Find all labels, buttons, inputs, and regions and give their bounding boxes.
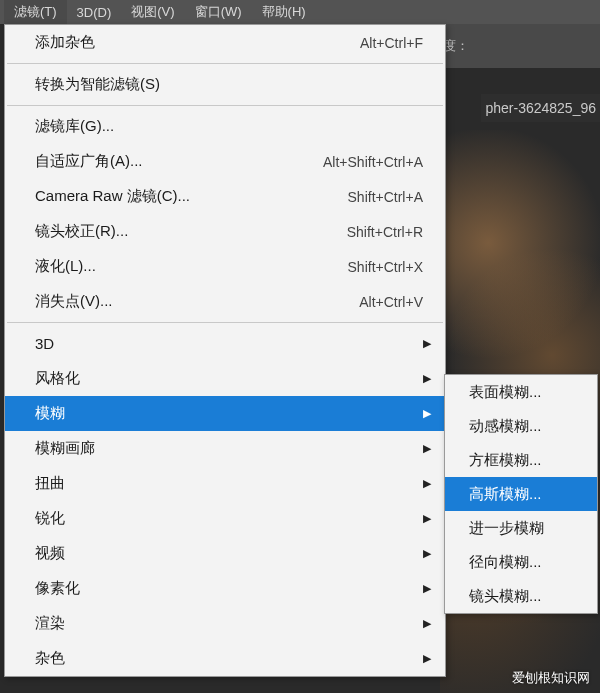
menu-label: 添加杂色 (35, 33, 360, 52)
menu-add-noise[interactable]: 添加杂色 Alt+Ctrl+F (5, 25, 445, 60)
watermark-text: 爱刨根知识网 (512, 669, 590, 687)
menu-label: 消失点(V)... (35, 292, 359, 311)
submenu-box-blur[interactable]: 方框模糊... (445, 443, 597, 477)
submenu-arrow-icon: ▶ (423, 407, 431, 420)
submenu-label: 方框模糊... (469, 451, 542, 470)
menu-shortcut: Shift+Ctrl+X (348, 259, 423, 275)
submenu-label: 动感模糊... (469, 417, 542, 436)
menu-liquify[interactable]: 液化(L)... Shift+Ctrl+X (5, 249, 445, 284)
menu-noise[interactable]: 杂色 ▶ (5, 641, 445, 676)
submenu-arrow-icon: ▶ (423, 477, 431, 490)
menu-blur-gallery[interactable]: 模糊画廊 ▶ (5, 431, 445, 466)
menubar-view[interactable]: 视图(V) (121, 0, 184, 24)
menu-shortcut: Alt+Shift+Ctrl+A (323, 154, 423, 170)
menu-label: 镜头校正(R)... (35, 222, 347, 241)
submenu-radial-blur[interactable]: 径向模糊... (445, 545, 597, 579)
menu-distort[interactable]: 扭曲 ▶ (5, 466, 445, 501)
menu-separator (7, 322, 443, 323)
submenu-arrow-icon: ▶ (423, 512, 431, 525)
submenu-label: 高斯模糊... (469, 485, 542, 504)
menubar-help[interactable]: 帮助(H) (252, 0, 316, 24)
menu-render[interactable]: 渲染 ▶ (5, 606, 445, 641)
menu-label: 液化(L)... (35, 257, 348, 276)
menu-separator (7, 105, 443, 106)
menu-stylize[interactable]: 风格化 ▶ (5, 361, 445, 396)
menu-lens-correction[interactable]: 镜头校正(R)... Shift+Ctrl+R (5, 214, 445, 249)
menu-filter-gallery[interactable]: 滤镜库(G)... (5, 109, 445, 144)
submenu-arrow-icon: ▶ (423, 582, 431, 595)
menu-sharpen[interactable]: 锐化 ▶ (5, 501, 445, 536)
menu-label: 滤镜库(G)... (35, 117, 423, 136)
menu-label: 渲染 (35, 614, 423, 633)
menu-shortcut: Shift+Ctrl+A (348, 189, 423, 205)
menu-label: 像素化 (35, 579, 423, 598)
menu-adaptive-wide-angle[interactable]: 自适应广角(A)... Alt+Shift+Ctrl+A (5, 144, 445, 179)
document-tab[interactable]: pher-3624825_96 (481, 94, 600, 122)
menubar: 滤镜(T) 3D(D) 视图(V) 窗口(W) 帮助(H) (0, 0, 600, 24)
menu-label: 杂色 (35, 649, 423, 668)
menu-separator (7, 63, 443, 64)
menu-shortcut: Alt+Ctrl+F (360, 35, 423, 51)
menu-shortcut: Shift+Ctrl+R (347, 224, 423, 240)
filter-menu: 添加杂色 Alt+Ctrl+F 转换为智能滤镜(S) 滤镜库(G)... 自适应… (4, 24, 446, 677)
menu-label: 扭曲 (35, 474, 423, 493)
blur-submenu: 表面模糊... 动感模糊... 方框模糊... 高斯模糊... 进一步模糊 径向… (444, 374, 598, 614)
submenu-arrow-icon: ▶ (423, 652, 431, 665)
submenu-arrow-icon: ▶ (423, 617, 431, 630)
menu-label: 3D (35, 335, 423, 352)
submenu-label: 镜头模糊... (469, 587, 542, 606)
menu-convert-smart-filter[interactable]: 转换为智能滤镜(S) (5, 67, 445, 102)
menu-label: 自适应广角(A)... (35, 152, 323, 171)
submenu-surface-blur[interactable]: 表面模糊... (445, 375, 597, 409)
menubar-filter[interactable]: 滤镜(T) (4, 0, 67, 24)
watermark: 爱刨根知识网 (512, 669, 590, 687)
submenu-arrow-icon: ▶ (423, 337, 431, 350)
menu-vanishing-point[interactable]: 消失点(V)... Alt+Ctrl+V (5, 284, 445, 319)
menu-blur[interactable]: 模糊 ▶ (5, 396, 445, 431)
submenu-lens-blur[interactable]: 镜头模糊... (445, 579, 597, 613)
menu-camera-raw[interactable]: Camera Raw 滤镜(C)... Shift+Ctrl+A (5, 179, 445, 214)
menu-shortcut: Alt+Ctrl+V (359, 294, 423, 310)
menu-label: 视频 (35, 544, 423, 563)
submenu-arrow-icon: ▶ (423, 547, 431, 560)
menu-pixelate[interactable]: 像素化 ▶ (5, 571, 445, 606)
submenu-label: 进一步模糊 (469, 519, 544, 538)
submenu-motion-blur[interactable]: 动感模糊... (445, 409, 597, 443)
submenu-arrow-icon: ▶ (423, 372, 431, 385)
submenu-blur-more[interactable]: 进一步模糊 (445, 511, 597, 545)
menu-video[interactable]: 视频 ▶ (5, 536, 445, 571)
menu-label: 风格化 (35, 369, 423, 388)
submenu-arrow-icon: ▶ (423, 442, 431, 455)
menu-label: Camera Raw 滤镜(C)... (35, 187, 348, 206)
submenu-gaussian-blur[interactable]: 高斯模糊... (445, 477, 597, 511)
menu-label: 锐化 (35, 509, 423, 528)
menu-3d[interactable]: 3D ▶ (5, 326, 445, 361)
menu-label: 转换为智能滤镜(S) (35, 75, 423, 94)
menubar-window[interactable]: 窗口(W) (185, 0, 252, 24)
menu-label: 模糊画廊 (35, 439, 423, 458)
submenu-label: 径向模糊... (469, 553, 542, 572)
menubar-3d[interactable]: 3D(D) (67, 2, 122, 23)
menu-label: 模糊 (35, 404, 423, 423)
submenu-label: 表面模糊... (469, 383, 542, 402)
